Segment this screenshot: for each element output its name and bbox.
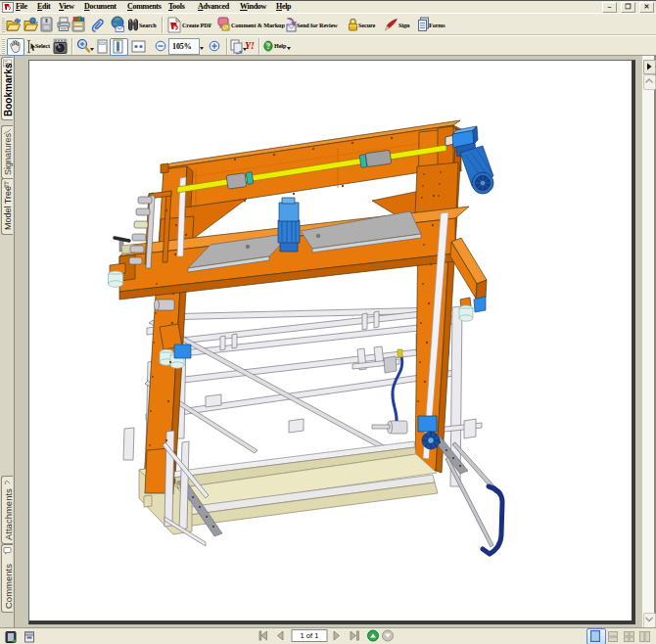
svg-text:1 of 1: 1 of 1	[301, 631, 319, 640]
svg-text:?: ?	[266, 42, 270, 51]
